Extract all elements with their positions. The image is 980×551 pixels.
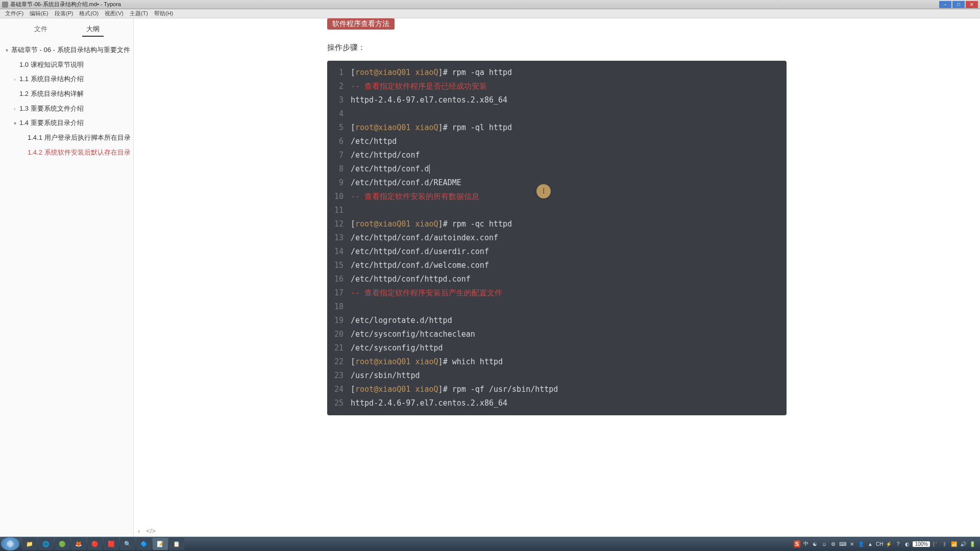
expand-arrow-icon[interactable]: ›: [10, 103, 19, 114]
tray-icon[interactable]: ⚡: [885, 540, 892, 547]
task-app2[interactable]: 📋: [169, 538, 184, 550]
menu-item[interactable]: 文件(F): [2, 10, 27, 17]
task-explorer[interactable]: 📁: [22, 538, 37, 550]
tray-icon[interactable]: ✕: [848, 540, 855, 547]
outline-item[interactable]: ▾1.4 重要系统目录介绍: [2, 116, 131, 131]
outline-tree: ▾基础章节 - 06 - 系统目录结构与重要文件1.0 课程知识章节说明›1.1…: [0, 39, 133, 537]
code-line[interactable]: 10-- 查看指定软件安装的所有数据信息: [327, 190, 787, 204]
code-line[interactable]: 13/etc/httpd/conf.d/autoindex.conf: [327, 231, 787, 245]
outline-item[interactable]: ›1.3 重要系统文件介绍: [2, 102, 131, 116]
line-content: /usr/sbin/httpd: [351, 369, 787, 383]
windows-icon: [6, 540, 14, 548]
maximize-button[interactable]: □: [952, 1, 965, 8]
menu-item[interactable]: 视图(V): [102, 10, 127, 17]
line-number: 9: [327, 176, 351, 190]
expand-arrow-icon[interactable]: [18, 146, 28, 148]
zoom-indicator[interactable]: 100%: [913, 541, 930, 547]
expand-arrow-icon[interactable]: ▾: [10, 117, 19, 128]
outline-item[interactable]: 1.4.2 系统软件安装后默认存在目录: [2, 145, 131, 160]
tray-help-icon[interactable]: ?: [894, 540, 901, 547]
code-line[interactable]: 23/usr/sbin/httpd: [327, 369, 787, 383]
menu-item[interactable]: 帮助(H): [151, 10, 176, 17]
code-line[interactable]: 7/etc/httpd/conf: [327, 148, 787, 162]
tray-network-icon[interactable]: 📶: [950, 540, 958, 547]
tray-icon[interactable]: ⚙: [830, 540, 837, 547]
code-line[interactable]: 21/etc/sysconfig/httpd: [327, 341, 787, 355]
line-number: 2: [327, 80, 351, 93]
code-line[interactable]: 19/etc/logrotate.d/httpd: [327, 314, 787, 328]
tray-volume-icon[interactable]: 🔊: [960, 540, 967, 547]
outline-item-label: 1.3 重要系统文件介绍: [19, 103, 131, 115]
code-line[interactable]: 18: [327, 300, 787, 314]
menu-item[interactable]: 编辑(E): [27, 10, 52, 17]
minimize-button[interactable]: –: [939, 1, 951, 8]
code-line[interactable]: 2-- 查看指定软件程序是否已经成功安装: [327, 80, 787, 93]
task-firefox[interactable]: 🦊: [71, 538, 86, 550]
menu-item[interactable]: 格式(O): [76, 10, 102, 17]
menu-item[interactable]: 主题(T): [127, 10, 151, 17]
code-line[interactable]: 4: [327, 107, 787, 121]
tab-outline[interactable]: 大纲: [82, 22, 104, 37]
back-button[interactable]: ‹: [138, 527, 140, 535]
code-line[interactable]: 12[root@xiaoQ01 xiaoQ]# rpm -qc httpd: [327, 217, 787, 231]
tray-icon[interactable]: 中: [802, 540, 810, 547]
close-button[interactable]: ✕: [966, 1, 978, 8]
line-content: /etc/httpd: [351, 135, 787, 148]
expand-arrow-icon[interactable]: [10, 88, 19, 89]
tray-bluetooth-icon[interactable]: ᛒ: [941, 540, 948, 547]
code-line[interactable]: 5[root@xiaoQ01 xiaoQ]# rpm -ql httpd: [327, 121, 787, 135]
expand-arrow-icon[interactable]: [10, 59, 19, 60]
line-content: [root@xiaoQ01 xiaoQ]# rpm -qc httpd: [351, 217, 787, 231]
outline-item[interactable]: ›1.1 系统目录结构介绍: [2, 72, 131, 87]
outline-item[interactable]: 1.4.1 用户登录后执行脚本所在目录: [2, 131, 131, 145]
expand-arrow-icon[interactable]: [18, 132, 28, 133]
line-number: 18: [327, 300, 351, 314]
code-line[interactable]: 17-- 查看指定软件程序安装后产生的配置文件: [327, 286, 787, 300]
task-ie[interactable]: 🌐: [38, 538, 54, 550]
code-line[interactable]: 11: [327, 204, 787, 217]
task-vscode[interactable]: 🔷: [136, 538, 152, 550]
code-line[interactable]: 15/etc/httpd/conf.d/welcome.conf: [327, 259, 787, 272]
tray-icon[interactable]: ☯: [812, 540, 819, 547]
menu-item[interactable]: 段落(P): [52, 10, 77, 17]
code-block[interactable]: 1[root@xiaoQ01 xiaoQ]# rpm -qa httpd2-- …: [327, 61, 787, 415]
outline-item[interactable]: 1.2 系统目录结构详解: [2, 87, 131, 102]
tray-icon[interactable]: ◐: [903, 540, 911, 547]
tray-icon[interactable]: ▲: [867, 540, 874, 547]
code-line[interactable]: 16/etc/httpd/conf/httpd.conf: [327, 272, 787, 286]
outline-item-label: 1.4.1 用户登录后执行脚本所在目录: [28, 132, 131, 144]
window-titlebar: 基础章节-06-系统目录结构介绍.md• - Typora – □ ✕: [0, 0, 980, 9]
line-number: 10: [327, 190, 351, 204]
task-chrome[interactable]: 🔴: [87, 538, 103, 550]
ime-indicator[interactable]: S: [794, 540, 800, 547]
code-line[interactable]: 9/etc/httpd/conf.d/README: [327, 176, 787, 190]
code-line[interactable]: 1[root@xiaoQ01 xiaoQ]# rpm -qa httpd: [327, 66, 787, 80]
task-typora[interactable]: 📝: [153, 538, 168, 550]
code-line[interactable]: 24[root@xiaoQ01 xiaoQ]# rpm -qf /usr/sbi…: [327, 383, 787, 396]
code-line[interactable]: 22[root@xiaoQ01 xiaoQ]# which httpd: [327, 355, 787, 369]
tray-icon[interactable]: ☺: [821, 540, 828, 547]
toggle-source-button[interactable]: </>: [146, 527, 156, 535]
tray-icon[interactable]: ⌨: [839, 540, 846, 547]
code-line[interactable]: 3httpd-2.4.6-97.el7.centos.2.x86_64: [327, 93, 787, 107]
code-line[interactable]: 14/etc/httpd/conf.d/userdir.conf: [327, 245, 787, 259]
code-line[interactable]: 8/etc/httpd/conf.d: [327, 162, 787, 176]
code-line[interactable]: 6/etc/httpd: [327, 135, 787, 148]
editor-area[interactable]: 软件程序查看方法 操作步骤： 1[root@xiaoQ01 xiaoQ]# rp…: [134, 18, 980, 537]
task-app1[interactable]: 🟥: [104, 538, 119, 550]
code-line[interactable]: 20/etc/sysconfig/htcacheclean: [327, 328, 787, 341]
task-browser2[interactable]: 🟢: [55, 538, 70, 550]
tab-files[interactable]: 文件: [30, 22, 52, 37]
task-search[interactable]: 🔍: [120, 538, 135, 550]
outline-item[interactable]: ▾基础章节 - 06 - 系统目录结构与重要文件: [2, 43, 131, 58]
start-button[interactable]: [1, 537, 19, 550]
tray-icon[interactable]: 👤: [857, 540, 865, 547]
expand-arrow-icon[interactable]: ▾: [2, 44, 11, 55]
expand-arrow-icon[interactable]: ›: [10, 73, 19, 84]
tray-flag-icon[interactable]: 🏴: [932, 540, 939, 547]
tray-battery-icon[interactable]: 🔋: [969, 540, 976, 547]
tray-lang[interactable]: CH: [876, 541, 883, 547]
section-badge: 软件程序查看方法: [327, 18, 395, 30]
code-line[interactable]: 25httpd-2.4.6-97.el7.centos.2.x86_64: [327, 396, 787, 410]
outline-item[interactable]: 1.0 课程知识章节说明: [2, 58, 131, 72]
